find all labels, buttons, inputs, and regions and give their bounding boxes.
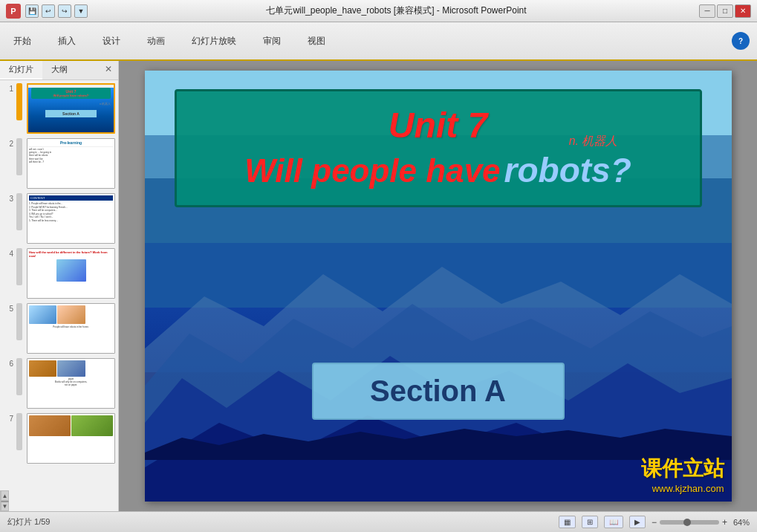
watermark-url: www.kjzhan.com: [641, 483, 724, 494]
tab-slides[interactable]: 幻灯片: [0, 61, 42, 80]
canvas-area: Unit 7 n. 机器人 Will people have robots? S…: [119, 61, 757, 511]
slide-badge-1: [16, 83, 22, 120]
tab-view[interactable]: 视图: [302, 32, 331, 51]
scroll-down-button[interactable]: ▼: [1, 501, 9, 511]
zoom-level: 64%: [733, 518, 750, 527]
subtitle-main: Will people have: [244, 152, 500, 189]
slideshow-button[interactable]: ▶: [629, 516, 646, 528]
slide-thumb-5[interactable]: People will have robots in her home.: [27, 303, 115, 354]
slide-badge-2: [16, 138, 22, 175]
status-bar-right: ▦ ⊞ 📖 ▶ − + 64%: [559, 516, 750, 528]
slide-info: 幻灯片 1/59: [7, 516, 50, 528]
slide-number-7: 7: [3, 413, 13, 464]
save-icon[interactable]: 💾: [25, 4, 39, 18]
zoom-slider[interactable]: [660, 520, 719, 525]
help-logo[interactable]: ?: [732, 32, 750, 50]
slide-item-7[interactable]: 7: [3, 413, 115, 464]
slide-panel: 幻灯片 大纲 ✕ 1 Unit 7 Will people have robot…: [0, 61, 119, 511]
annotation-text: n. 机器人: [569, 134, 618, 149]
section-label: Section A: [351, 374, 526, 408]
slide-item-6[interactable]: 6 paperBooks will only be on computers,n…: [3, 358, 115, 409]
slide-number-2: 2: [3, 138, 13, 189]
slide-item-2[interactable]: 2 Pre-learning will not = won't going to…: [3, 138, 115, 189]
slide-number-4: 4: [3, 248, 13, 299]
slide-badge-7: [16, 413, 22, 450]
slide-sorter-button[interactable]: ⊞: [582, 516, 598, 528]
slide-item-1[interactable]: 1 Unit 7 Will people have robots? n.机器人 …: [3, 83, 115, 134]
slide-header-box: Unit 7 n. 机器人 Will people have robots?: [175, 89, 702, 207]
restore-button[interactable]: □: [717, 4, 733, 18]
status-bar: 幻灯片 1/59 ▦ ⊞ 📖 ▶ − + 64%: [0, 511, 757, 532]
zoom-in-button[interactable]: +: [722, 517, 727, 528]
slide-item-3[interactable]: 3 CONTENT 1. People will have robots in …: [3, 193, 115, 244]
panel-close-button[interactable]: ✕: [99, 61, 118, 80]
slide-number-6: 6: [3, 358, 13, 409]
zoom-thumb: [683, 519, 691, 526]
tab-review[interactable]: 审阅: [257, 32, 287, 51]
tab-start[interactable]: 开始: [7, 32, 37, 51]
panel-tabs: 幻灯片 大纲 ✕: [0, 61, 118, 80]
quick-access-toolbar: 💾 ↩ ↪ ▼: [25, 4, 88, 18]
more-icon[interactable]: ▼: [74, 4, 88, 18]
main-area: 幻灯片 大纲 ✕ 1 Unit 7 Will people have robot…: [0, 61, 757, 511]
title-bar: P 💾 ↩ ↪ ▼ 七单元will_people_have_robots [兼容…: [0, 0, 757, 22]
slide-badge-6: [16, 358, 22, 395]
close-button[interactable]: ✕: [735, 4, 751, 18]
slide-thumb-4[interactable]: How will the world be different in the f…: [27, 248, 115, 299]
undo-icon[interactable]: ↩: [42, 4, 55, 18]
section-box: Section A: [312, 363, 565, 420]
tab-insert[interactable]: 插入: [52, 32, 82, 51]
slide-thumb-1[interactable]: Unit 7 Will people have robots? n.机器人 Se…: [27, 83, 115, 134]
robots-word: robots?: [504, 150, 631, 190]
slide-badge-5: [16, 303, 22, 340]
watermark: 课件立站 www.kjzhan.com: [641, 455, 724, 494]
tab-design[interactable]: 设计: [97, 32, 126, 51]
scroll-thumb[interactable]: [1, 501, 9, 502]
slide-item-4[interactable]: 4 How will the world be different in the…: [3, 248, 115, 299]
tab-animation[interactable]: 动画: [141, 32, 171, 51]
slide-item-5[interactable]: 5 People will have robots in her home.: [3, 303, 115, 354]
zoom-bar: − + 64%: [652, 517, 750, 528]
tab-slideshow[interactable]: 幻灯片放映: [186, 32, 242, 51]
slide-number-1: 1: [3, 83, 13, 134]
slide-thumb-3[interactable]: CONTENT 1. People will have robots in th…: [27, 193, 115, 244]
scroll-up-button[interactable]: ▲: [1, 490, 9, 501]
slide-badge-3: [16, 193, 22, 230]
redo-icon[interactable]: ↪: [58, 4, 71, 18]
ribbon: 开始 插入 设计 动画 幻灯片放映 审阅 视图 ?: [0, 22, 757, 61]
slide-number-5: 5: [3, 303, 13, 354]
slide-badge-4: [16, 248, 22, 285]
tab-outline[interactable]: 大纲: [42, 61, 77, 80]
zoom-out-button[interactable]: −: [652, 517, 657, 528]
app-icon: P: [6, 4, 21, 19]
subtitle-row: n. 机器人 Will people have robots?: [199, 150, 678, 190]
watermark-name: 课件立站: [641, 455, 724, 483]
slide-thumb-2[interactable]: Pre-learning will not = won't going to →…: [27, 138, 115, 189]
slide-number-3: 3: [3, 193, 13, 244]
slide-thumb-6[interactable]: paperBooks will only be on computers,not…: [27, 358, 115, 409]
window-controls: ─ □ ✕: [699, 4, 751, 18]
normal-view-button[interactable]: ▦: [559, 516, 576, 528]
slide-thumb-7[interactable]: [27, 413, 115, 464]
minimize-button[interactable]: ─: [699, 4, 715, 18]
window-title: 七单元will_people_have_robots [兼容模式] - Micr…: [94, 4, 699, 17]
panel-scrollbar[interactable]: ▲ ▼: [0, 490, 9, 511]
main-slide[interactable]: Unit 7 n. 机器人 Will people have robots? S…: [145, 71, 732, 502]
slide-list: 1 Unit 7 Will people have robots? n.机器人 …: [0, 80, 118, 490]
reading-view-button[interactable]: 📖: [604, 516, 623, 528]
